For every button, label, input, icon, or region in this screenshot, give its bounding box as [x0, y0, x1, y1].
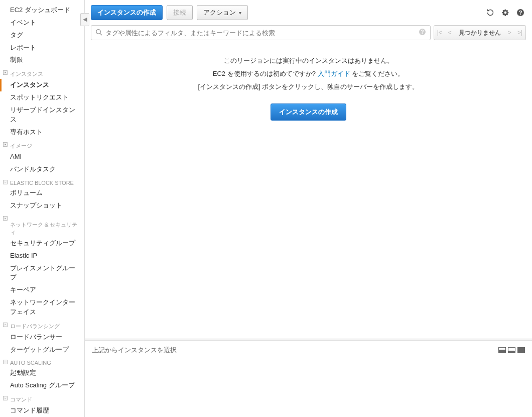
collapse-toggle-icon[interactable]: -: [3, 323, 8, 327]
pager-last-icon: >|: [514, 29, 525, 36]
sidebar-group-header: -ロードバランシング: [0, 319, 84, 331]
sidebar-item[interactable]: Elastic IP: [0, 250, 84, 262]
connect-button: 接続: [167, 5, 193, 20]
empty-state: このリージョンには実行中のインスタンスはありません。 EC2 を使用するのは初め…: [85, 45, 532, 339]
sidebar-item[interactable]: 専有ホスト: [0, 126, 84, 139]
sidebar-group-header: -イメージ: [0, 138, 84, 151]
pager: |< < 見つかりません > >|: [434, 25, 526, 40]
help-icon[interactable]: ?: [515, 7, 526, 18]
sidebar-group-header: -: [0, 212, 84, 217]
refresh-icon[interactable]: [485, 7, 496, 18]
empty-line3: [インスタンスの作成] ボタンをクリックし、独自のサーバーを作成します。: [85, 82, 532, 91]
search-help-icon[interactable]: ?: [419, 28, 426, 37]
svg-text:?: ?: [519, 10, 522, 16]
sidebar-item[interactable]: スナップショット: [0, 199, 84, 212]
sidebar-item[interactable]: セキュリティグループ: [0, 237, 84, 250]
sidebar-item[interactable]: キーペア: [0, 284, 84, 296]
svg-text:?: ?: [421, 29, 424, 35]
main-panel: インスタンスの作成 接続 アクション ▾ ?: [84, 0, 532, 417]
layout-split-icon[interactable]: [498, 347, 506, 353]
sidebar-item[interactable]: レポート: [0, 42, 84, 54]
actions-button[interactable]: アクション ▾: [197, 5, 248, 20]
collapse-sidebar-button[interactable]: ◀: [80, 13, 89, 26]
layout-full-icon[interactable]: [517, 347, 525, 353]
sidebar-item[interactable]: コマンド履歴: [0, 404, 84, 417]
layout-icons: [498, 347, 525, 353]
sidebar-item[interactable]: Auto Scaling グループ: [0, 379, 84, 392]
sidebar-group-header: -AUTO SCALING: [0, 356, 84, 367]
sidebar-group-header: -インスタンス: [0, 66, 84, 79]
sidebar-item[interactable]: ネットワークインターフェイス: [0, 296, 84, 319]
pager-prev-icon: <: [445, 29, 455, 36]
collapse-toggle-icon[interactable]: -: [3, 180, 8, 184]
bottom-panel: 上記からインスタンスを選択: [85, 341, 532, 417]
sidebar-item[interactable]: ボリューム: [0, 187, 84, 199]
create-instance-button[interactable]: インスタンスの作成: [91, 5, 163, 20]
collapse-toggle-icon[interactable]: -: [3, 396, 8, 400]
toolbar: インスタンスの作成 接続 アクション ▾ ?: [85, 0, 532, 25]
sidebar-item[interactable]: プレイスメントグループ: [0, 262, 84, 284]
actions-label: アクション: [203, 8, 236, 17]
empty-line1: このリージョンには実行中のインスタンスはありません。: [85, 56, 532, 65]
getting-started-link[interactable]: 入門ガイド: [318, 70, 350, 77]
pager-text: 見つかりません: [455, 29, 505, 37]
sidebar: ◀ EC2 ダッシュボードイベントタグレポート制限 -インスタンスインスタンスス…: [0, 0, 84, 417]
layout-bottom-icon[interactable]: [508, 347, 515, 353]
pager-next-icon: >: [505, 29, 514, 36]
sidebar-group-header: -ELASTIC BLOCK STORE: [0, 176, 84, 187]
sidebar-item[interactable]: ターゲットグループ: [0, 344, 84, 356]
sidebar-item[interactable]: EC2 ダッシュボード: [0, 4, 84, 17]
gear-icon[interactable]: [500, 7, 511, 18]
searchbar: ? |< < 見つかりません > >|: [85, 25, 532, 45]
sidebar-item[interactable]: インスタンス: [0, 79, 84, 91]
sidebar-item[interactable]: 制限: [0, 54, 84, 66]
empty-line2: EC2 を使用するのは初めてですか? 入門ガイド をご覧ください。: [85, 69, 532, 78]
search-icon: [95, 29, 102, 37]
bottom-title: 上記からインスタンスを選択: [92, 346, 498, 355]
sidebar-group-header: -コマンド: [0, 392, 84, 404]
sidebar-group-header: ネットワーク & セキュリティ: [0, 217, 84, 237]
sidebar-item[interactable]: AMI: [0, 151, 84, 163]
search-box[interactable]: ?: [91, 25, 431, 40]
sidebar-item[interactable]: スポットリクエスト: [0, 91, 84, 104]
chevron-down-icon: ▾: [239, 10, 241, 16]
pager-first-icon: |<: [434, 29, 445, 36]
sidebar-item[interactable]: タグ: [0, 29, 84, 42]
sidebar-item[interactable]: 起動設定: [0, 367, 84, 379]
panel-divider[interactable]: [85, 339, 532, 341]
sidebar-item[interactable]: イベント: [0, 17, 84, 29]
svg-line-3: [100, 33, 102, 35]
search-input[interactable]: [105, 29, 419, 37]
collapse-toggle-icon[interactable]: -: [3, 70, 8, 75]
sidebar-item[interactable]: バンドルタスク: [0, 163, 84, 176]
sidebar-item[interactable]: リザーブドインスタンス: [0, 104, 84, 126]
sidebar-item[interactable]: ロードバランサー: [0, 331, 84, 344]
collapse-toggle-icon[interactable]: -: [3, 142, 8, 147]
create-instance-button-center[interactable]: インスタンスの作成: [271, 103, 346, 121]
svg-point-2: [96, 29, 100, 33]
collapse-toggle-icon[interactable]: -: [3, 360, 8, 364]
